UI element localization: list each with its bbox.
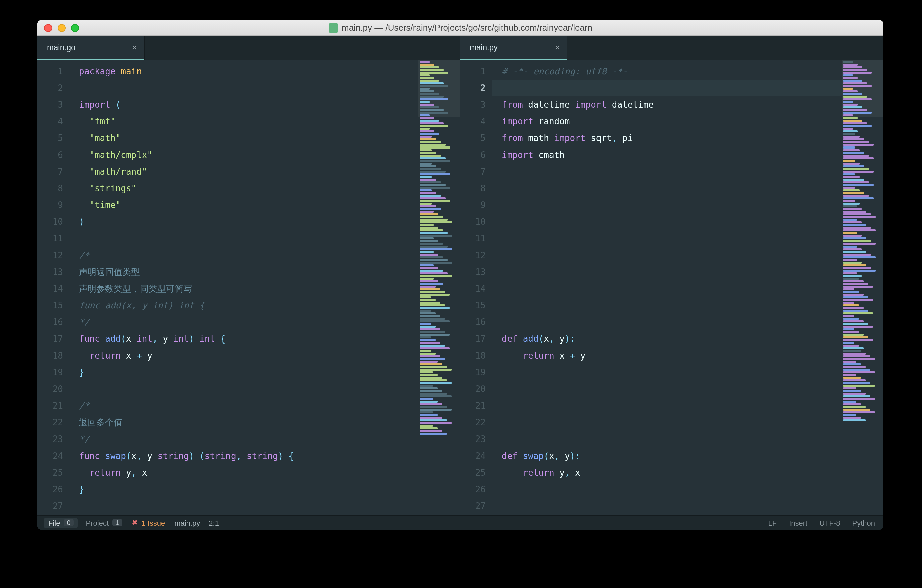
- code-line[interactable]: /*: [70, 397, 418, 414]
- line-number: 13: [38, 263, 63, 280]
- code-line[interactable]: [492, 498, 842, 514]
- code-line[interactable]: def add(x, y):: [492, 330, 842, 347]
- code-line[interactable]: return x + y: [70, 347, 418, 364]
- code-line[interactable]: import random: [492, 113, 842, 130]
- code-line[interactable]: [492, 213, 842, 230]
- tab-main-py[interactable]: main.py ×: [460, 36, 567, 60]
- code-line[interactable]: [492, 314, 842, 330]
- line-number: 4: [460, 113, 486, 130]
- code-line[interactable]: "math": [70, 130, 418, 147]
- atom-icon: [328, 23, 338, 33]
- gutter-right: 1234567891011121314151617181920212223242…: [460, 60, 492, 515]
- status-mode[interactable]: Insert: [788, 519, 809, 527]
- code-line[interactable]: "math/cmplx": [70, 147, 418, 163]
- close-window-icon[interactable]: [44, 24, 52, 32]
- line-number: 26: [38, 481, 63, 498]
- code-line[interactable]: [492, 80, 842, 96]
- line-number: 23: [38, 431, 63, 448]
- line-number: 11: [38, 230, 63, 247]
- status-context[interactable]: main.py 2:1: [173, 518, 221, 528]
- code-line[interactable]: [492, 381, 842, 397]
- code-line[interactable]: [70, 381, 418, 397]
- code-line[interactable]: [492, 197, 842, 213]
- code-line[interactable]: [492, 431, 842, 448]
- code-line[interactable]: */: [70, 314, 418, 330]
- code-line[interactable]: [492, 263, 842, 280]
- status-project-label: Project: [86, 519, 109, 527]
- code-line[interactable]: import cmath: [492, 147, 842, 163]
- code-line[interactable]: [70, 80, 418, 96]
- code-line[interactable]: return x + y: [492, 347, 842, 364]
- code-line[interactable]: 声明返回值类型: [70, 263, 418, 280]
- status-encoding[interactable]: UTF-8: [818, 519, 841, 527]
- minimap-content: [418, 60, 460, 436]
- line-number: 16: [460, 314, 486, 330]
- code-line[interactable]: 返回多个值: [70, 414, 418, 431]
- code-line[interactable]: 声明参数类型，同类型可简写: [70, 280, 418, 297]
- code-line[interactable]: [492, 481, 842, 498]
- line-number: 14: [460, 280, 486, 297]
- close-icon[interactable]: ×: [132, 42, 137, 52]
- zoom-window-icon[interactable]: [71, 24, 79, 32]
- code-line[interactable]: from math import sqrt, pi: [492, 130, 842, 147]
- code-line[interactable]: func swap(x, y string) (string, string) …: [70, 448, 418, 464]
- code-line[interactable]: import (: [70, 96, 418, 113]
- code-line[interactable]: # -*- encoding: utf8 -*-: [492, 63, 842, 80]
- editor-right[interactable]: 1234567891011121314151617181920212223242…: [460, 60, 883, 515]
- code-line[interactable]: }: [70, 364, 418, 381]
- window-title-text: main.py — /Users/rainy/Projects/go/src/g…: [342, 23, 592, 33]
- line-number: 8: [38, 180, 63, 197]
- code-line[interactable]: ): [70, 213, 418, 230]
- code-line[interactable]: "time": [70, 197, 418, 213]
- code-line[interactable]: [492, 180, 842, 197]
- code-line[interactable]: package main: [70, 63, 418, 80]
- gutter-left: 1234567891011121314151617181920212223242…: [38, 60, 70, 515]
- code-line[interactable]: "strings": [70, 180, 418, 197]
- minimap-right[interactable]: [842, 60, 883, 515]
- status-line-ending[interactable]: LF: [767, 519, 778, 527]
- titlebar[interactable]: main.py — /Users/rainy/Projects/go/src/g…: [38, 20, 883, 36]
- code-line[interactable]: [492, 297, 842, 314]
- code-line[interactable]: func add(x int, y int) int {: [70, 330, 418, 347]
- status-project[interactable]: Project 1: [85, 518, 124, 528]
- code-line[interactable]: */: [70, 431, 418, 448]
- code-line[interactable]: [70, 498, 418, 514]
- line-number: 6: [38, 147, 63, 163]
- code-line[interactable]: return y, x: [70, 464, 418, 481]
- editor-left[interactable]: 1234567891011121314151617181920212223242…: [38, 60, 460, 515]
- code-right[interactable]: # -*- encoding: utf8 -*-from datetime im…: [492, 60, 842, 515]
- code-line[interactable]: [492, 163, 842, 180]
- tabbar-left: main.go ×: [38, 36, 460, 60]
- code-line[interactable]: def swap(x, y):: [492, 448, 842, 464]
- line-number: 3: [38, 96, 63, 113]
- line-number: 21: [38, 397, 63, 414]
- code-line[interactable]: [492, 230, 842, 247]
- code-line[interactable]: }: [70, 481, 418, 498]
- code-line[interactable]: return y, x: [492, 464, 842, 481]
- line-number: 11: [460, 230, 486, 247]
- code-line[interactable]: func add(x, y int) int {: [70, 297, 418, 314]
- status-issues-text: 1 Issue: [141, 519, 165, 527]
- status-file-label: File: [48, 519, 60, 527]
- code-line[interactable]: [492, 280, 842, 297]
- code-line[interactable]: "math/rand": [70, 163, 418, 180]
- code-line[interactable]: /*: [70, 247, 418, 263]
- code-line[interactable]: [492, 364, 842, 381]
- code-line[interactable]: [492, 397, 842, 414]
- code-line[interactable]: from datetime import datetime: [492, 96, 842, 113]
- minimize-window-icon[interactable]: [57, 24, 65, 32]
- minimap-left[interactable]: [418, 60, 460, 515]
- code-line[interactable]: "fmt": [70, 113, 418, 130]
- code-left[interactable]: package mainimport ( "fmt" "math" "math/…: [70, 60, 418, 515]
- minimap-content: [842, 60, 883, 422]
- status-issues[interactable]: ✖ 1 Issue: [131, 518, 166, 528]
- status-grammar[interactable]: Python: [851, 519, 877, 527]
- code-line[interactable]: [492, 247, 842, 263]
- close-icon[interactable]: ×: [555, 42, 560, 52]
- code-line[interactable]: [492, 414, 842, 431]
- line-number: 26: [460, 481, 486, 498]
- line-number: 22: [460, 414, 486, 431]
- tab-main-go[interactable]: main.go ×: [38, 36, 144, 60]
- code-line[interactable]: [70, 230, 418, 247]
- status-file[interactable]: File 0: [44, 518, 78, 528]
